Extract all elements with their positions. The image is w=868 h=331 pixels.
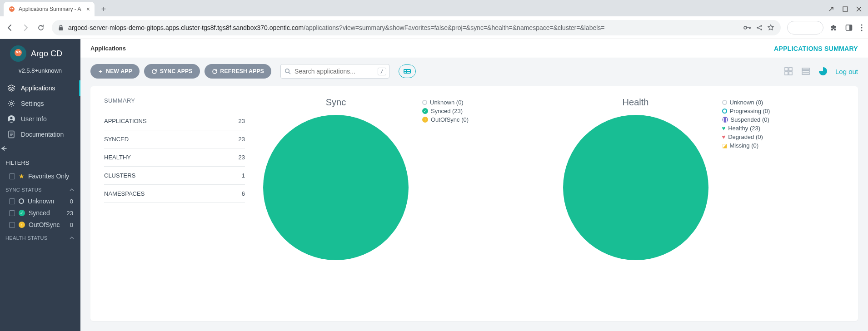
window-minimize-icon[interactable] xyxy=(828,6,834,12)
sync-apps-button[interactable]: SYNC APPS xyxy=(144,64,200,79)
back-icon[interactable] xyxy=(5,23,15,32)
svg-point-12 xyxy=(861,27,862,28)
tab-bar: Applications Summary - A × + xyxy=(0,0,868,16)
refresh-apps-button[interactable]: REFRESH APPS xyxy=(205,64,272,79)
summary-row-applications: APPLICATIONS23 xyxy=(104,112,245,130)
collapse-sidebar-button[interactable] xyxy=(0,142,80,156)
checkbox-icon[interactable] xyxy=(9,210,15,216)
sync-status-title: SYNC STATUS xyxy=(5,187,42,193)
layers-icon xyxy=(7,84,15,92)
search-input[interactable] xyxy=(294,68,374,75)
page-mode-label[interactable]: APPLICATIONS SUMMARY xyxy=(774,45,858,52)
breadcrumb[interactable]: Applications xyxy=(90,45,126,52)
svg-point-2 xyxy=(12,8,14,10)
document-icon xyxy=(7,130,15,138)
url-text: argocd-server-mlops-demo-gitops.apps.clu… xyxy=(68,24,739,31)
btn-label: NEW APP xyxy=(106,68,132,74)
share-icon[interactable] xyxy=(756,25,763,31)
new-app-button[interactable]: ＋ NEW APP xyxy=(90,64,140,79)
checkbox-icon[interactable] xyxy=(9,198,15,204)
filter-label: Synced xyxy=(29,209,50,217)
legend-synced[interactable]: ✓Synced (23) xyxy=(422,108,481,114)
legend-outofsync[interactable]: ↑OutOfSync (0) xyxy=(422,116,481,123)
summary-row-healthy: HEALTHY23 xyxy=(104,148,245,167)
reload-icon[interactable] xyxy=(36,23,45,32)
sidebar-item-settings[interactable]: Settings xyxy=(0,96,80,111)
window-restore-icon[interactable] xyxy=(843,6,848,12)
favorites-only-filter[interactable]: ★ Favorites Only xyxy=(0,170,80,183)
sidebar-item-user-info[interactable]: User Info xyxy=(0,111,80,127)
sidebar-item-documentation[interactable]: Documentation xyxy=(0,127,80,142)
legend-unknown[interactable]: Unknown (0) xyxy=(722,99,781,106)
summary-column: SUMMARY APPLICATIONS23 SYNCED23 HEALTHY2… xyxy=(104,97,245,312)
legend-suspended[interactable]: ❚❚Suspended (0) xyxy=(722,116,781,123)
checkbox-icon[interactable] xyxy=(9,222,15,228)
filter-label: Unknown xyxy=(28,198,54,205)
summary-title: SUMMARY xyxy=(104,97,245,104)
svg-point-14 xyxy=(15,49,22,56)
svg-rect-10 xyxy=(849,25,852,30)
argo-favicon-icon xyxy=(8,5,15,13)
filter-synced[interactable]: ✓ Synced 23 xyxy=(0,207,80,219)
legend-unknown[interactable]: Unknown (0) xyxy=(422,99,481,106)
url-box[interactable]: argocd-server-mlops-demo-gitops.apps.clu… xyxy=(52,20,781,35)
search-box[interactable]: / xyxy=(280,64,389,79)
browser-tab[interactable]: Applications Summary - A × xyxy=(4,2,95,16)
filter-unknown[interactable]: Unknown 0 xyxy=(0,195,80,207)
menu-icon[interactable] xyxy=(861,24,863,31)
chevron-up-icon xyxy=(70,237,74,239)
panel-icon[interactable] xyxy=(845,24,853,31)
svg-rect-34 xyxy=(802,70,809,72)
window-close-icon[interactable] xyxy=(856,6,862,12)
sidebar-item-label: Applications xyxy=(21,84,55,92)
degraded-status-icon: ♥ xyxy=(722,133,726,140)
legend-progressing[interactable]: Progressing (0) xyxy=(722,108,781,114)
svg-point-13 xyxy=(861,30,862,31)
star-icon[interactable] xyxy=(767,24,774,31)
synced-status-icon: ✓ xyxy=(422,108,428,114)
checkbox-icon[interactable] xyxy=(9,173,15,179)
svg-point-18 xyxy=(19,52,20,53)
legend-healthy[interactable]: ♥Healthy (23) xyxy=(722,125,781,132)
svg-rect-3 xyxy=(843,7,848,11)
filter-count: 23 xyxy=(67,210,73,217)
health-status-group[interactable]: HEALTH STATUS xyxy=(0,231,80,243)
search-icon xyxy=(284,68,291,74)
filter-outofsync[interactable]: ↑ OutOfSync 0 xyxy=(0,219,80,231)
legend-missing[interactable]: ◪Missing (0) xyxy=(722,142,781,149)
sync-status-group[interactable]: SYNC STATUS xyxy=(0,183,80,195)
key-icon[interactable] xyxy=(743,25,752,30)
forward-icon[interactable] xyxy=(21,23,30,32)
svg-point-11 xyxy=(861,24,862,25)
window-controls xyxy=(828,2,868,16)
sync-pie-chart xyxy=(263,115,409,260)
app-root: Argo CD v2.5.8+unknown Applications Sett… xyxy=(0,39,868,331)
profile-spot[interactable] xyxy=(787,21,823,35)
sync-chart-column: Sync Unknown (0) ✓Synced (23) ↑OutOfSync… xyxy=(259,97,545,312)
filter-label: OutOfSync xyxy=(29,221,60,228)
brand[interactable]: Argo CD xyxy=(0,39,80,64)
sync-legend: Unknown (0) ✓Synced (23) ↑OutOfSync (0) xyxy=(422,97,481,123)
plus-icon: ＋ xyxy=(98,68,103,75)
sidebar-item-label: Settings xyxy=(21,100,44,107)
logout-link[interactable]: Log out xyxy=(835,68,858,75)
health-chart-column: Health Unknown (0) Progressing (0) ❚❚Sus… xyxy=(559,97,845,312)
svg-rect-26 xyxy=(404,72,406,73)
svg-point-7 xyxy=(757,27,758,28)
extensions-icon[interactable] xyxy=(830,24,837,31)
legend-degraded[interactable]: ♥Degraded (0) xyxy=(722,133,781,140)
tiles-view-icon[interactable] xyxy=(783,66,793,76)
svg-point-21 xyxy=(10,117,12,119)
list-view-icon[interactable] xyxy=(801,66,811,76)
card-view-toggle[interactable] xyxy=(399,64,416,78)
filters-heading: FILTERS xyxy=(0,156,80,170)
svg-rect-25 xyxy=(404,70,406,71)
summary-row-namespaces: NAMESPACES6 xyxy=(104,185,245,203)
svg-point-1 xyxy=(10,8,12,10)
unknown-status-icon xyxy=(722,100,727,105)
summary-view-icon[interactable] xyxy=(818,66,828,76)
new-tab-button[interactable]: + xyxy=(97,3,110,15)
progressing-status-icon xyxy=(722,109,727,114)
sidebar-item-applications[interactable]: Applications xyxy=(0,80,80,96)
tab-close-icon[interactable]: × xyxy=(86,5,90,13)
